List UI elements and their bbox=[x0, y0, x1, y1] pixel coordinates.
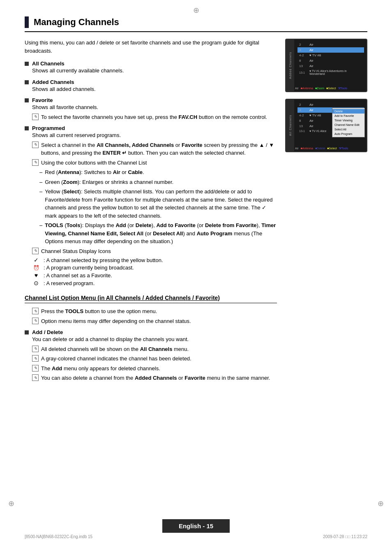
tv-screenshot-2: All Channels 2 Air 4 Air 4-2 ♥ TV #8 bbox=[285, 99, 367, 152]
bullet-favorite bbox=[25, 98, 29, 102]
tv-row: 13 Air bbox=[297, 63, 364, 69]
bullet-programmed bbox=[25, 126, 29, 130]
add-delete-note-3-text: The Add menu only appears for deleted ch… bbox=[41, 365, 160, 373]
tv-row-selected: 4 Air bbox=[297, 47, 364, 53]
tv-footer-tools: ⚒Tools bbox=[338, 87, 347, 90]
tv-footer-antenna: ■Antenna bbox=[301, 87, 313, 90]
page-number-label: English - 15 bbox=[179, 522, 213, 529]
color-btn-tools: – TOOLS (Tools): Displays the Add (or De… bbox=[39, 221, 277, 246]
section-favorite: Favorite Shows all favorite channels. ✎ … bbox=[25, 97, 277, 121]
add-delete-desc: You can delete or add a channel to displ… bbox=[32, 335, 277, 344]
section-all-channels: All Channels Shows all currently availab… bbox=[25, 60, 277, 75]
status-checkmark: ✓ : A channel selected by pressing the y… bbox=[32, 257, 277, 263]
page-number-box: English - 15 bbox=[162, 519, 230, 533]
note-icon-1: ✎ bbox=[32, 114, 39, 120]
status-broadcast: ⏰ : A program currently being broadcast. bbox=[32, 265, 277, 271]
status-favorite: ♥ : A channel set as a Favorite. bbox=[32, 272, 277, 279]
section-programmed: Programmed Shows all current reserved pr… bbox=[25, 125, 277, 286]
programmed-note-2-text: Using the color buttons with the Channel… bbox=[41, 159, 147, 167]
channel-list-option-section: Channel List Option Menu (in All Channel… bbox=[25, 295, 277, 382]
tv-sidebar-1: Added Channels bbox=[286, 39, 294, 91]
status-reserved: ⊙ : A reserved program. bbox=[32, 280, 277, 286]
tv-sidebar-2: All Channels bbox=[286, 100, 294, 151]
favorite-note: ✎ To select the favorite channels you ha… bbox=[32, 113, 277, 121]
footer-file-info: [8500-NA]BN68-02322C-Eng.indb 15 bbox=[25, 534, 92, 539]
tv-footer-2-tools: ⚒Tools bbox=[339, 147, 348, 150]
note-icon-8: ✎ bbox=[32, 355, 39, 362]
status-icons: ✓ : A channel selected by pressing the y… bbox=[32, 257, 277, 286]
all-channels-title: All Channels bbox=[32, 60, 65, 67]
favorite-desc: Shows all favorite channels. bbox=[32, 103, 277, 111]
tools-note-1-text: Press the TOOLS button to use the option… bbox=[41, 307, 157, 316]
section-title-bar: Managing Channels bbox=[25, 16, 367, 32]
programmed-title: Programmed bbox=[32, 125, 65, 131]
note-icon-3: ✎ bbox=[32, 159, 39, 166]
add-delete-note-2: ✎ A gray-colored channel indicates the c… bbox=[32, 355, 277, 363]
add-delete-note-1: ✎ All deleted channels will be shown on … bbox=[32, 345, 277, 353]
status-favorite-desc: : A channel set as a Favorite. bbox=[44, 272, 112, 279]
add-delete-note-4: ✎ You can also delete a channel from the… bbox=[32, 374, 277, 382]
favorite-title: Favorite bbox=[32, 97, 53, 103]
tools-note-1: ✎ Press the TOOLS button to use the opti… bbox=[32, 307, 277, 316]
programmed-desc: Shows all current reserved programs. bbox=[32, 131, 277, 139]
menu-select-all: Select All bbox=[332, 127, 364, 132]
tv-row: 2 Air bbox=[297, 42, 364, 47]
tv-row: 8 Air bbox=[297, 58, 364, 63]
tools-note-2: ✎ Option menu items may differ depending… bbox=[32, 317, 277, 325]
section-added-channels: Added Channels Shows all added channels. bbox=[25, 79, 277, 93]
tv-sidebar-1-text: Added Channels bbox=[289, 52, 292, 79]
title-accent bbox=[25, 16, 29, 28]
tv-footer-2-air: Air bbox=[295, 147, 299, 150]
crosshair-bottom-right-icon: ⊕ bbox=[378, 499, 384, 508]
tv-footer-select: ■Select bbox=[326, 87, 336, 90]
note-icon-2: ✎ bbox=[32, 142, 39, 148]
tv-row: 4-2 ♥ TV #8 bbox=[297, 53, 364, 58]
status-checkmark-desc: : A channel selected by pressing the yel… bbox=[44, 257, 163, 263]
image-panel: Added Channels 2 Air 4 Air 4-2 ♥ TV #8 bbox=[285, 39, 367, 386]
menu-auto-program: Auto Program bbox=[332, 132, 364, 136]
tv-screenshot-1: Added Channels 2 Air 4 Air 4-2 ♥ TV #8 bbox=[285, 39, 367, 92]
footer-date-info: 2009-07-28 □□ 11:23:22 bbox=[323, 534, 367, 539]
color-btn-red-text: Red (Antenna): Switches to Air or Cable. bbox=[45, 168, 144, 176]
added-channels-title: Added Channels bbox=[32, 79, 74, 85]
menu-add-favorite: Add to Favorite bbox=[332, 114, 364, 118]
all-channels-desc: Shows all currently available channels. bbox=[32, 67, 277, 75]
programmed-note-1-text: Select a channel in the All Channels, Ad… bbox=[41, 141, 277, 157]
tv-row-2: 2 Air bbox=[297, 102, 364, 107]
tv-main-area-1: 2 Air 4 Air 4-2 ♥ TV #8 8 Air bbox=[297, 42, 364, 76]
tv-footer-air: Air bbox=[295, 87, 299, 90]
color-btn-green: – Green (Zoom): Enlarges or shrinks a ch… bbox=[39, 178, 277, 186]
channel-status-label: Channel Status Display Icons bbox=[41, 247, 111, 255]
channel-list-option-title: Channel List Option Menu (in All Channel… bbox=[25, 295, 277, 303]
bullet-add-delete bbox=[25, 330, 29, 334]
note-icon-5: ✎ bbox=[32, 308, 39, 314]
status-reserved-desc: : A reserved program. bbox=[44, 280, 95, 286]
tools-note-2-text: Option menu items may differ depending o… bbox=[41, 317, 191, 325]
programmed-note-2: ✎ Using the color buttons with the Chann… bbox=[32, 159, 277, 167]
intro-text: Using this menu, you can add / delete or… bbox=[25, 39, 277, 55]
note-icon-9: ✎ bbox=[32, 365, 39, 372]
color-btn-yellow: – Yellow (Select): Selects multiple chan… bbox=[39, 188, 277, 220]
menu-timer: Timer Viewing bbox=[332, 118, 364, 123]
add-delete-note-3: ✎ The Add menu only appears for deleted … bbox=[32, 365, 277, 373]
crosshair-bottom-left-icon: ⊕ bbox=[8, 499, 14, 508]
context-menu: Delete Add to Favorite Timer Viewing Cha… bbox=[332, 108, 365, 137]
tv-footer-2-antenna: ■Antenna bbox=[301, 147, 313, 150]
add-delete-note-4-text: You can also delete a channel from the A… bbox=[41, 374, 270, 382]
color-buttons-list: – Red (Antenna): Switches to Air or Cabl… bbox=[39, 168, 277, 246]
note-icon-10: ✎ bbox=[32, 374, 39, 381]
tv-footer-1: Air ■Antenna ■Zoom ■Select ⚒Tools bbox=[295, 87, 365, 90]
note-icon-7: ✎ bbox=[32, 346, 39, 352]
tv-row: 13-1 ♥ TV #1 Alice's Adventures in Wonde… bbox=[297, 69, 364, 76]
add-delete-section: Add / Delete You can delete or add a cha… bbox=[25, 329, 277, 382]
channel-status-note: ✎ Channel Status Display Icons bbox=[32, 247, 277, 255]
page-footer: English - 15 bbox=[0, 519, 392, 533]
tv-footer-zoom: ■Zoom bbox=[315, 87, 324, 90]
add-delete-note-2-text: A gray-colored channel indicates the cha… bbox=[41, 355, 191, 363]
status-broadcast-desc: : A program currently being broadcast. bbox=[44, 265, 134, 271]
note-icon-6: ✎ bbox=[32, 318, 39, 324]
tv-sidebar-2-text: All Channels bbox=[289, 115, 292, 136]
add-delete-note-1-text: All deleted channels will be shown on th… bbox=[41, 345, 189, 353]
menu-delete: Delete bbox=[332, 109, 364, 114]
bullet-added-channels bbox=[25, 80, 29, 84]
